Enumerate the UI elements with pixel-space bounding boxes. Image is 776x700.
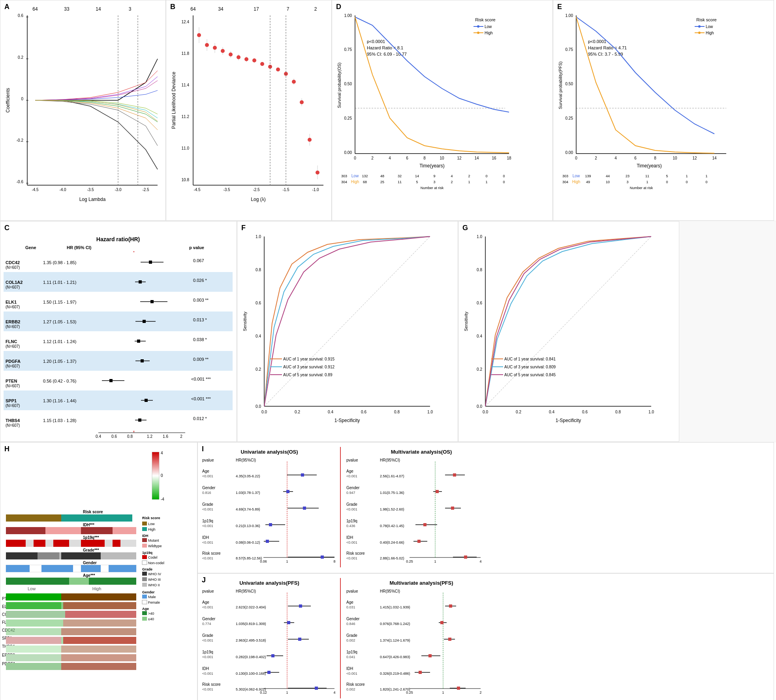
- panel-i-label: I: [202, 445, 204, 453]
- svg-rect-385: [142, 600, 147, 604]
- svg-text:AUC of 3 year survival: 0.809: AUC of 3 year survival: 0.809: [504, 365, 556, 369]
- svg-text:Risk score: Risk score: [346, 551, 365, 555]
- svg-rect-225: [141, 359, 144, 362]
- svg-text:304: 304: [341, 180, 347, 184]
- svg-text:1.03(0.78-1.37): 1.03(0.78-1.37): [236, 491, 260, 495]
- svg-text:0.282(0.198-0.402): 0.282(0.198-0.402): [236, 655, 266, 659]
- svg-text:Age: Age: [346, 600, 353, 604]
- svg-text:8.57(5.85-12.56): 8.57(5.85-12.56): [236, 556, 262, 560]
- svg-rect-371: [142, 555, 147, 559]
- svg-text:49: 49: [586, 180, 590, 184]
- svg-rect-246: [138, 418, 141, 422]
- svg-point-75: [477, 25, 479, 28]
- svg-text:0.846: 0.846: [346, 622, 355, 626]
- svg-rect-390: [142, 617, 147, 621]
- svg-text:32: 32: [398, 174, 402, 178]
- svg-rect-299: [6, 514, 61, 522]
- panel-j-label: J: [202, 576, 206, 584]
- svg-text:Partial Likelihood Deviance: Partial Likelihood Deviance: [171, 71, 177, 129]
- svg-rect-383: [142, 595, 147, 599]
- svg-text:0.041: 0.041: [346, 655, 355, 659]
- svg-text:HR(95%CI): HR(95%CI): [380, 458, 400, 462]
- svg-text:HR (95% CI): HR (95% CI): [67, 245, 92, 250]
- svg-text:Number at risk: Number at risk: [630, 186, 653, 190]
- svg-text:1p19q***: 1p19q***: [83, 535, 99, 540]
- svg-rect-307: [6, 540, 26, 547]
- svg-text:AUC of 1 year survival: 0.915: AUC of 1 year survival: 0.915: [283, 357, 334, 361]
- svg-text:12.4: 12.4: [182, 20, 190, 24]
- svg-text:High: High: [148, 527, 156, 531]
- panel-g-svg: 1.0 0.8 0.6 0.4 0.2 0.0 0.0 0.2 0.4 0.6 …: [462, 225, 675, 438]
- svg-text:304: 304: [562, 180, 568, 184]
- svg-text:6: 6: [406, 156, 408, 160]
- svg-text:1.2: 1.2: [147, 434, 152, 439]
- row2-empty: [679, 221, 776, 442]
- svg-line-273: [485, 236, 651, 406]
- svg-text:<0.001: <0.001: [202, 672, 213, 676]
- svg-text:1-Specificity: 1-Specificity: [334, 418, 360, 423]
- svg-text:0.08(0.06-0.12): 0.08(0.06-0.12): [236, 540, 260, 544]
- svg-text:-0.6: -0.6: [17, 180, 24, 184]
- svg-text:IDH: IDH: [202, 666, 209, 671]
- svg-rect-380: [142, 583, 147, 587]
- svg-text:0.25: 0.25: [566, 116, 573, 120]
- svg-text:10: 10: [606, 180, 610, 184]
- svg-text:Univariate analysis(PFS): Univariate analysis(PFS): [239, 580, 299, 586]
- svg-rect-505: [440, 621, 443, 624]
- svg-text:0.8: 0.8: [127, 434, 133, 439]
- svg-point-128: [698, 25, 701, 28]
- svg-rect-468: [464, 555, 467, 559]
- svg-text:0.2: 0.2: [477, 367, 482, 372]
- svg-text:pvalue: pvalue: [202, 458, 214, 462]
- svg-text:Low: Low: [706, 24, 713, 29]
- svg-rect-453: [266, 540, 269, 543]
- svg-text:0.00: 0.00: [566, 150, 573, 155]
- svg-rect-463: [321, 555, 324, 559]
- svg-text:IDH: IDH: [346, 535, 353, 540]
- svg-text:Low: Low: [148, 522, 155, 526]
- svg-text:1-Specificity: 1-Specificity: [556, 418, 581, 423]
- svg-text:0.013 *: 0.013 *: [193, 317, 207, 322]
- svg-rect-428: [436, 490, 439, 493]
- svg-text:4: 4: [451, 174, 453, 178]
- svg-text:1.0: 1.0: [477, 235, 482, 239]
- svg-rect-190: [149, 261, 152, 264]
- svg-text:10.8: 10.8: [182, 178, 190, 182]
- svg-text:139: 139: [585, 174, 591, 178]
- svg-text:High: High: [572, 180, 581, 184]
- svg-rect-316: [38, 552, 59, 559]
- svg-text:0.4: 0.4: [328, 410, 333, 414]
- svg-text:p value: p value: [189, 245, 204, 250]
- panel-b-svg: 64 34 17 7 2 12.4 11.8 11.4 11.2 11.0 10…: [169, 4, 327, 217]
- svg-rect-325: [6, 578, 69, 585]
- main-container: A 64 33 14 3 0.6 0.2 0 -0.2 -0.6: [0, 0, 776, 700]
- svg-text:(N=607): (N=607): [6, 344, 20, 349]
- svg-text:Age: Age: [202, 469, 209, 473]
- svg-text:AUC of 5 year survival: 0.89: AUC of 5 year survival: 0.89: [283, 373, 333, 377]
- svg-rect-308: [34, 540, 45, 547]
- row1: A 64 33 14 3 0.6 0.2 0 -0.2 -0.6: [0, 0, 776, 221]
- svg-text:9: 9: [433, 174, 435, 178]
- svg-text:(N=607): (N=607): [6, 305, 20, 309]
- svg-text:Grade: Grade: [346, 502, 357, 507]
- svg-text:1.01(0.75-1.36): 1.01(0.75-1.36): [380, 491, 404, 495]
- panel-i-svg: Univariate analysis(OS) Multivariate ana…: [200, 445, 485, 569]
- svg-text:0.2: 0.2: [256, 367, 261, 372]
- svg-line-250: [264, 236, 430, 406]
- svg-point-131: [698, 32, 701, 34]
- svg-text:0.647(0.426-0.983): 0.647(0.426-0.983): [380, 655, 410, 659]
- svg-rect-418: [453, 473, 456, 477]
- svg-text:6: 6: [634, 156, 637, 160]
- svg-text:0.012 *: 0.012 *: [193, 416, 207, 421]
- svg-text:AUC of 5 year survival: 0.845: AUC of 5 year survival: 0.845: [504, 373, 556, 377]
- svg-text:>40: >40: [148, 612, 154, 616]
- svg-text:ERBB2: ERBB2: [6, 319, 20, 324]
- panel-j-svg: Univariate analysis(PFS) Multivariate an…: [200, 576, 485, 700]
- svg-text:0.0: 0.0: [477, 404, 482, 409]
- svg-text:<0.001: <0.001: [346, 540, 357, 544]
- svg-text:1.12 (1.01 - 1.24): 1.12 (1.01 - 1.24): [43, 339, 76, 344]
- svg-text:0.6: 0.6: [582, 410, 588, 414]
- svg-text:High: High: [92, 586, 101, 591]
- panel-h-svg: 4 0 -4 Risk score IDH*** 1p19q***: [2, 444, 195, 697]
- svg-point-52: [244, 57, 248, 61]
